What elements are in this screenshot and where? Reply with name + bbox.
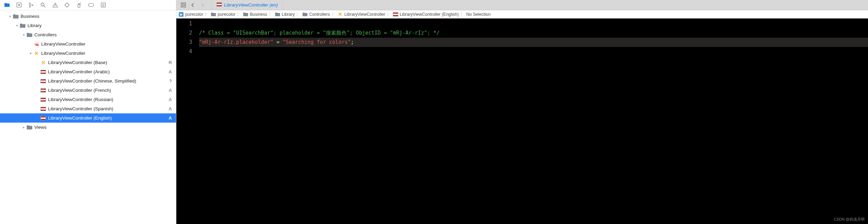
svg-rect-9 — [184, 3, 186, 4]
tree-row[interactable]: LibraryViewController (English)A — [0, 113, 176, 123]
chevron-right-icon: 〉 — [331, 11, 336, 17]
tree-item-label: Controllers — [34, 32, 172, 37]
svg-rect-6 — [89, 3, 94, 7]
breadcrumb-label: LibraryViewController — [344, 12, 385, 17]
code-editor[interactable]: 1234 /* Class = "UISearchBar"; placehold… — [176, 18, 868, 224]
scm-badge: ? — [169, 78, 172, 84]
tree-row[interactable]: ▸Views — [0, 123, 176, 132]
chevron-right-icon: 〉 — [269, 11, 273, 17]
tree-row[interactable]: LibraryViewController (French)A — [0, 86, 176, 95]
tree-row[interactable]: ▾Library — [0, 21, 176, 30]
svg-point-1 — [29, 3, 30, 4]
folder-icon — [302, 12, 308, 17]
tree-row[interactable]: ▾Business — [0, 12, 176, 21]
tree-item-label: Business — [21, 14, 172, 19]
tree-row[interactable]: LibraryViewController (Chinese, Simplifi… — [0, 76, 176, 86]
svg-point-4 — [41, 3, 44, 6]
code-line[interactable] — [199, 47, 868, 56]
strings-icon — [40, 88, 47, 92]
breadcrumb-label: Controllers — [309, 12, 330, 17]
breadcrumb-item[interactable]: Library — [275, 12, 295, 17]
tree-item-label: LibraryViewController (Chinese, Simplifi… — [48, 78, 166, 84]
code-line[interactable] — [199, 19, 868, 28]
breadcrumb-item[interactable]: No Selection — [466, 12, 491, 17]
breadcrumb-item[interactable]: LibraryViewController (English) — [393, 12, 459, 17]
strings-icon — [40, 116, 47, 120]
app-icon: ▶ — [178, 12, 184, 17]
chevron-icon[interactable]: ▸ — [21, 125, 26, 129]
file-tree: ▾Business▾Library▾ControllersLibraryView… — [0, 10, 176, 224]
svg-point-3 — [32, 4, 33, 5]
xib-icon: ✕ — [40, 60, 47, 66]
square-x-icon[interactable] — [16, 2, 22, 8]
tree-item-label: LibraryViewController (French) — [48, 88, 166, 93]
tree-row[interactable]: ▾Controllers — [0, 30, 176, 39]
breadcrumb-item[interactable]: ✕LibraryViewController — [338, 12, 385, 17]
pill-icon[interactable] — [88, 2, 94, 8]
tree-row[interactable]: LibraryViewController (Russian)A — [0, 95, 176, 104]
svg-rect-11 — [184, 5, 186, 7]
tree-item-label: Views — [34, 125, 172, 130]
breadcrumb-item[interactable]: ▶purecolor — [178, 12, 203, 17]
strings-icon — [40, 70, 47, 74]
tree-row[interactable]: ✕LibraryViewController (Base)R — [0, 58, 176, 67]
chevron-icon[interactable]: ▾ — [14, 24, 19, 27]
spray-icon[interactable] — [76, 2, 82, 8]
breadcrumb-item[interactable]: Business — [243, 12, 267, 17]
tree-item-label: LibraryViewController — [41, 51, 172, 56]
line-number: 4 — [176, 47, 192, 56]
folder-icon — [12, 13, 19, 20]
tree-item-label: LibraryViewController (Spanish) — [48, 106, 166, 111]
svg-rect-8 — [181, 3, 183, 4]
list-icon[interactable] — [100, 2, 106, 8]
code-line[interactable]: /* Class = "UISearchBar"; placeholder = … — [199, 28, 868, 38]
svg-rect-10 — [181, 5, 183, 7]
tree-row[interactable]: LibraryViewController (Arabic)A — [0, 67, 176, 76]
breadcrumb-label: purecolor — [185, 12, 203, 17]
breadcrumb-item[interactable]: purecolor — [211, 12, 235, 17]
line-number: 3 — [176, 38, 192, 47]
editor-tab[interactable]: LibraryViewController (en) — [211, 0, 283, 10]
breadcrumb-label: No Selection — [466, 12, 491, 17]
chevron-icon[interactable]: ▾ — [28, 51, 33, 55]
chevron-icon[interactable]: ▾ — [21, 33, 26, 37]
related-items-icon[interactable] — [180, 2, 187, 9]
strings-icon — [40, 98, 47, 102]
chevron-icon[interactable]: ▾ — [8, 14, 12, 18]
code-line[interactable]: "mRj-Ar-rIz.placeholder" = "Searching fo… — [199, 38, 868, 47]
tree-item-label: LibraryViewController — [41, 41, 172, 47]
scm-badge: A — [169, 106, 172, 111]
swift-icon — [33, 41, 40, 47]
scm-icon[interactable] — [28, 2, 34, 8]
line-number: 2 — [176, 28, 192, 38]
tree-item-label: LibraryViewController (Base) — [48, 60, 166, 65]
editor-pane: LibraryViewController (en) ▶purecolor〉pu… — [176, 0, 868, 224]
search-icon[interactable] — [40, 2, 46, 8]
chevron-right-icon: 〉 — [237, 11, 242, 17]
editor-header: LibraryViewController (en) — [176, 0, 868, 10]
tree-item-label: LibraryViewController (Russian) — [48, 97, 166, 102]
chevron-right-icon: 〉 — [204, 11, 209, 17]
breadcrumb-item[interactable]: Controllers — [302, 12, 330, 17]
watermark: CSDN @风浅月明 — [834, 217, 865, 222]
line-gutter: 1234 — [176, 18, 196, 224]
folder-icon[interactable] — [4, 2, 10, 8]
tree-row[interactable]: LibraryViewController (Spanish)A — [0, 104, 176, 113]
tree-item-label: LibraryViewController (Arabic) — [48, 69, 166, 74]
line-number: 1 — [176, 19, 192, 28]
forward-icon[interactable] — [199, 2, 206, 9]
breadcrumb-label: Business — [250, 12, 267, 17]
tree-item-label: Library — [27, 23, 172, 28]
tab-label: LibraryViewController (en) — [224, 2, 278, 8]
chevron-right-icon: 〉 — [296, 11, 301, 17]
tree-row[interactable]: LibraryViewController — [0, 39, 176, 49]
breadcrumb-label: LibraryViewController (English) — [400, 12, 459, 17]
tree-row[interactable]: ▾✕LibraryViewController — [0, 49, 176, 58]
breadcrumb-bar: ▶purecolor〉purecolor〉Business〉Library〉Co… — [176, 10, 868, 18]
warning-icon[interactable] — [52, 2, 58, 8]
folder-icon — [19, 23, 26, 29]
diamond-icon[interactable] — [64, 2, 70, 8]
code-area[interactable]: /* Class = "UISearchBar"; placeholder = … — [196, 18, 868, 224]
back-icon[interactable] — [189, 2, 196, 9]
scm-badge: R — [169, 60, 172, 65]
